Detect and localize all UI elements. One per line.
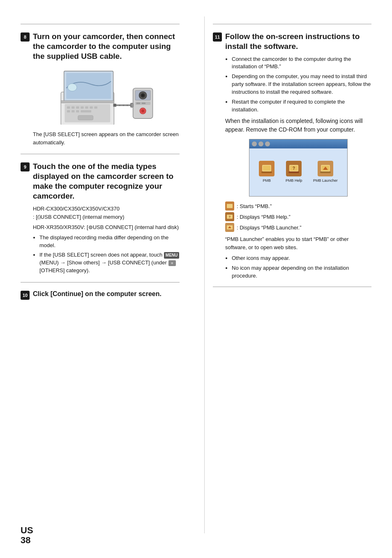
usb-connection-illustration — [57, 65, 156, 125]
step-11-bullet-1: Connect the camcorder to the computer du… — [232, 56, 371, 71]
step-11-header: 11 Follow the on-screen instructions to … — [213, 32, 371, 51]
step-10-header: 10 Click [Continue] on the computer scre… — [21, 290, 180, 300]
step-11-title: Follow the on-screen instructions to ins… — [225, 32, 371, 51]
top-divider-left — [21, 24, 180, 24]
step-8-number: 8 — [21, 32, 30, 42]
pmb-icon-svg — [259, 161, 274, 176]
icon-line-pmb-launcher: : Displays “PMB Launcher.” — [225, 223, 371, 232]
svg-rect-51 — [227, 204, 233, 208]
icon-line-pmb-text: : Starts “PMB.” — [237, 202, 272, 211]
others-category-icon: ≡ — [168, 260, 176, 266]
step-11-bullet-3: Restart the computer if required to comp… — [232, 98, 371, 114]
svg-point-3 — [67, 84, 76, 91]
svg-text:?: ? — [293, 166, 295, 171]
pmb-launcher-description: “PMB Launcher” enables you to start “PMB… — [225, 235, 371, 251]
icon-line-pmb-help: ? : Displays “PMB Help.” — [225, 212, 371, 221]
step-11-install-bullets: Connect the camcorder to the computer du… — [232, 56, 371, 114]
page-number: 38 — [21, 535, 30, 545]
pmb-max-btn — [265, 141, 270, 146]
page-number-block: US 38 — [21, 525, 33, 546]
icon-line-pmb-help-text: : Displays “PMB Help.” — [237, 213, 291, 221]
svg-text:?: ? — [229, 215, 231, 218]
divider-9-10 — [21, 282, 180, 282]
svg-rect-15 — [76, 110, 79, 113]
svg-rect-32 — [131, 104, 134, 107]
svg-rect-39 — [261, 171, 272, 173]
page-container: 8 Turn on your camcorder, then connect t… — [0, 0, 392, 558]
step-11-bullet-2: Depending on the computer, you may need … — [232, 73, 371, 96]
svg-rect-10 — [85, 107, 88, 109]
bottom-divider-right — [213, 287, 371, 287]
step-8-body: The [USB SELECT] screen appears on the c… — [33, 65, 180, 146]
step-9-title: Touch the one of the media types display… — [33, 162, 180, 201]
left-column: 8 Turn on your camcorder, then connect t… — [21, 16, 188, 533]
pmb-app-icon: PMB — [259, 161, 274, 184]
svg-rect-4 — [61, 101, 114, 103]
svg-rect-12 — [94, 107, 97, 109]
pmb-help-app-icon: ? PMB Help — [286, 161, 302, 184]
step-11-complete-text: When the installation is completed, foll… — [225, 117, 371, 134]
step-9-body: HDR-CX300/CX350/CX350V/CX370 : [⎙USB CON… — [33, 205, 180, 275]
pmb-titlebar — [249, 139, 347, 148]
pmb-help-label: PMB Help — [286, 178, 302, 184]
step-9-number: 9 — [21, 162, 30, 171]
pmb-label: PMB — [263, 178, 271, 184]
pmb-launcher-icon-svg — [318, 161, 333, 176]
icon-line-pmb: : Starts “PMB.” — [225, 201, 371, 211]
svg-rect-29 — [141, 103, 145, 104]
svg-rect-44 — [288, 171, 299, 173]
step-9-block: 9 Touch the one of the media types displ… — [21, 162, 180, 275]
svg-point-26 — [141, 94, 144, 97]
step-11-number: 11 — [213, 32, 222, 42]
svg-point-34 — [122, 104, 124, 106]
svg-rect-7 — [71, 107, 74, 109]
svg-rect-19 — [113, 104, 116, 107]
step-10-title: Click [Continue] on the computer screen. — [33, 290, 161, 299]
pmb-help-icon-svg: ? — [286, 161, 302, 176]
step-9-bullets: The displayed recording media differ dep… — [39, 234, 180, 275]
svg-rect-11 — [90, 107, 92, 109]
pmb-launcher-app-icon: PMB Launcher — [313, 161, 338, 184]
step-9-model-cx: HDR-CX300/CX350/CX350V/CX370 : [⎙USB CON… — [33, 205, 180, 221]
step-9-header: 9 Touch the one of the media types displ… — [21, 162, 180, 201]
step-8-title: Turn on your camcorder, then connect the… — [33, 32, 180, 61]
right-column: 11 Follow the on-screen instructions to … — [204, 16, 371, 533]
svg-rect-17 — [78, 116, 93, 120]
svg-rect-49 — [320, 171, 331, 173]
pmb-small-icon — [225, 201, 234, 211]
step-8-block: 8 Turn on your camcorder, then connect t… — [21, 32, 180, 146]
svg-point-31 — [141, 109, 144, 112]
svg-rect-8 — [76, 107, 79, 109]
locale-label: US — [21, 525, 33, 536]
svg-rect-9 — [81, 107, 83, 109]
step-8-description: The [USB SELECT] screen appears on the c… — [33, 130, 180, 146]
svg-rect-38 — [263, 166, 270, 171]
step-11-block: 11 Follow the on-screen instructions to … — [213, 32, 371, 280]
pmb-help-small-icon: ? — [225, 212, 234, 221]
pmb-launcher-small-icon — [225, 223, 234, 232]
icon-line-pmb-launcher-text: : Displays “PMB Launcher.” — [237, 224, 302, 232]
step-8-header: 8 Turn on your camcorder, then connect t… — [21, 32, 180, 61]
no-icon-bullet: No icon may appear depending on the inst… — [232, 264, 371, 280]
pmb-min-btn — [258, 141, 263, 146]
svg-rect-6 — [67, 107, 70, 109]
top-divider-right — [213, 24, 371, 24]
step-9-model-xr: HDR-XR350/XR350V: [⊚USB CONNECT] (intern… — [33, 223, 180, 232]
step-11-body: Connect the camcorder to the computer du… — [225, 56, 371, 280]
svg-point-35 — [126, 104, 128, 106]
svg-rect-28 — [136, 103, 140, 104]
step-11-other-bullets: Other icons may appear. No icon may appe… — [232, 255, 371, 280]
menu-badge: MENU — [164, 252, 179, 259]
pmb-content-area: PMB ? PMB Help — [249, 148, 347, 188]
svg-rect-13 — [67, 110, 70, 113]
divider-8-9 — [21, 154, 180, 154]
other-icons-bullet: Other icons may appear. — [232, 255, 371, 262]
pmb-launcher-label: PMB Launcher — [313, 178, 338, 184]
step-9-bullet-1: The displayed recording media differ dep… — [39, 234, 180, 250]
svg-point-33 — [119, 104, 120, 106]
step-10-block: 10 Click [Continue] on the computer scre… — [21, 290, 180, 300]
pmb-screenshot: PMB ? PMB Help — [249, 139, 348, 197]
svg-rect-16 — [81, 110, 91, 113]
step-10-number: 10 — [21, 291, 30, 300]
svg-rect-14 — [71, 110, 74, 113]
